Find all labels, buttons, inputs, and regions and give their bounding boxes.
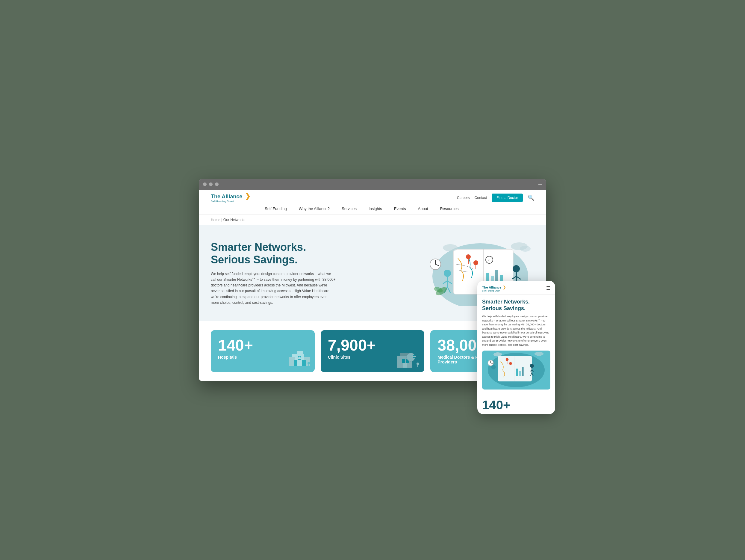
site-nav: Self-Funding Why the Alliance? Services … [199,203,546,215]
logo-sub: Self-Funding Smart [211,200,250,203]
header-top: The Alliance ❯ Self-Funding Smart Career… [199,190,546,203]
nav-events[interactable]: Events [388,203,412,215]
svg-point-70 [509,362,512,365]
window-maximize-dot[interactable] [215,183,219,186]
nav-insights[interactable]: Insights [363,203,388,215]
svg-point-3 [466,254,471,259]
svg-rect-47 [402,359,405,363]
mobile-mockup: The Alliance ❯ Self-Funding Smart ☰ Smar… [477,281,555,414]
hero-title: Smarter Networks. Serious Savings. [211,241,336,266]
svg-rect-71 [516,369,518,376]
mobile-logo: The Alliance ❯ Self-Funding Smart [482,284,506,292]
mobile-map-svg [482,350,550,390]
logo-main-text: The Alliance [211,193,242,199]
svg-rect-39 [294,360,297,366]
header-right: Careers Contact Find a Doctor 🔍 [457,193,534,202]
clinic-icon [394,348,421,369]
search-icon[interactable]: 🔍 [528,194,534,201]
hero-body: We help self-funded employers design cus… [211,271,336,306]
breadcrumb: Home | Our Networks [199,215,546,225]
mobile-logo-text: The Alliance [482,285,501,289]
svg-point-33 [520,246,530,252]
svg-point-78 [530,364,534,368]
mobile-logo-arrow: ❯ [503,285,506,289]
mobile-header: The Alliance ❯ Self-Funding Smart ☰ [477,281,555,294]
nav-services[interactable]: Services [336,203,363,215]
svg-rect-72 [519,371,521,376]
nav-about[interactable]: About [412,203,434,215]
svg-point-85 [535,352,544,356]
logo-arrow: ❯ [245,192,250,200]
logo-block: The Alliance ❯ Self-Funding Smart [211,193,250,203]
svg-rect-42 [298,357,301,359]
contact-link[interactable]: Contact [475,196,487,200]
find-doctor-button[interactable]: Find a Doctor [492,193,523,202]
nav-resources[interactable]: Resources [434,203,464,215]
breadcrumb-current: Our Networks [223,218,245,222]
svg-point-53 [417,363,419,365]
careers-link[interactable]: Careers [457,196,470,200]
stat-card-clinic: 7,900+ Clinic Sites [321,330,425,372]
browser-titlebar [199,179,546,190]
logo-area[interactable]: The Alliance ❯ Self-Funding Smart [211,193,250,203]
window-close-dot[interactable] [203,183,206,186]
svg-point-31 [443,244,458,251]
svg-text:?: ? [488,258,490,262]
nav-self-funding[interactable]: Self-Funding [259,203,293,215]
hero-text: Smarter Networks. Serious Savings. We he… [211,241,336,306]
svg-rect-49 [403,363,407,368]
stat-card-hospitals: 140+ Hospitals [211,330,315,372]
hospital-icon [288,348,312,369]
mobile-logo-sub: Self-Funding Smart [482,290,506,292]
svg-rect-73 [522,367,524,376]
svg-point-43 [307,362,310,364]
logo-text: The Alliance ❯ [211,193,250,200]
mobile-stat-number: 140+ [477,394,555,414]
minimize-line [539,184,542,185]
page-wrapper: The Alliance ❯ Self-Funding Smart Career… [199,179,546,381]
hamburger-icon[interactable]: ☰ [546,285,550,291]
mobile-body: We help self-funded employers design cus… [482,315,550,347]
nav-why-alliance[interactable]: Why the Alliance? [293,203,336,215]
svg-rect-52 [412,356,416,357]
window-minimize-dot[interactable] [209,183,213,186]
mobile-map-area [482,350,550,390]
mobile-title: Smarter Networks. Serious Savings. [482,299,550,312]
svg-point-19 [513,265,520,272]
breadcrumb-home[interactable]: Home [211,218,220,222]
svg-point-5 [474,260,478,265]
svg-point-84 [493,352,502,356]
mobile-content: Smarter Networks. Serious Savings. We he… [477,294,555,394]
svg-rect-40 [302,360,306,366]
svg-point-68 [506,358,509,361]
site-header: The Alliance ❯ Self-Funding Smart Career… [199,190,546,215]
svg-point-13 [444,270,451,277]
